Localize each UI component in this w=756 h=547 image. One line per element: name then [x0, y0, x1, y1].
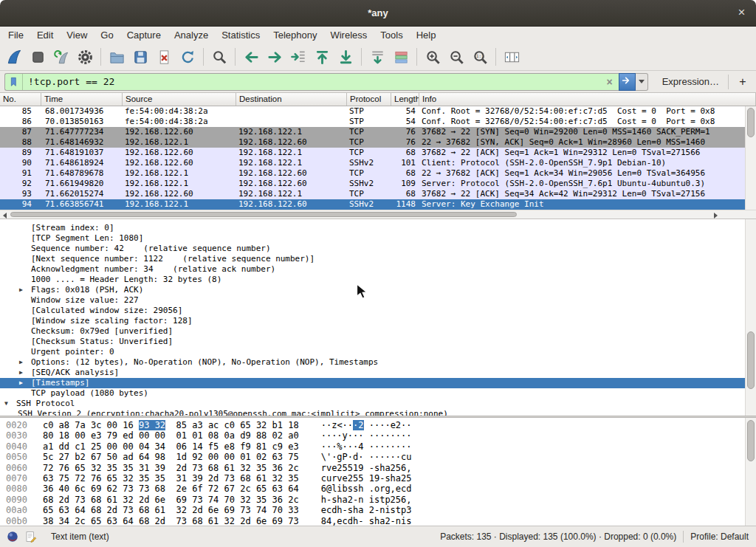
filter-clear-icon[interactable]: ×: [601, 76, 619, 88]
go-forward-button[interactable]: [263, 46, 286, 69]
expert-info-icon[interactable]: [6, 530, 19, 543]
hex-pane-scrollbar[interactable]: [745, 418, 756, 526]
hex-line-00a0[interactable]: 00a065 63 64 68 2d 73 68 61 32 2d 6e 69 …: [0, 505, 756, 515]
menu-telephony[interactable]: Telephony: [267, 27, 323, 43]
hex-line-0080[interactable]: 008036 40 6c 69 62 73 73 68 2e 6f 72 67 …: [0, 484, 756, 494]
menu-view[interactable]: View: [60, 27, 94, 43]
detail-line[interactable]: ▶Options: (12 bytes), No-Operation (NOP)…: [0, 357, 756, 368]
detail-line[interactable]: [Next sequence number: 1122 (relative se…: [0, 254, 756, 264]
detail-line[interactable]: SSH Version 2 (encryption:chacha20-poly1…: [0, 409, 756, 416]
hscrollbar-thumb[interactable]: [10, 212, 517, 217]
hex-line-0030[interactable]: 003080 18 00 e3 79 ed 00 00 01 01 08 0a …: [0, 430, 756, 441]
close-icon[interactable]: ×: [734, 5, 749, 21]
tree-expander-icon[interactable]: ▼: [4, 399, 16, 409]
filter-bookmark-icon[interactable]: [5, 74, 23, 90]
detail-pane-scrollbar[interactable]: [745, 219, 756, 416]
menu-help[interactable]: Help: [410, 27, 443, 43]
detail-line[interactable]: Checksum: 0x79ed [unverified]: [0, 326, 756, 337]
hex-line-0090[interactable]: 009068 2d 73 68 61 32 2d 6e 69 73 74 70 …: [0, 495, 756, 505]
tree-expander-icon[interactable]: ▶: [19, 357, 31, 368]
profile-status[interactable]: Profile: Default: [690, 531, 749, 542]
packet-row-93[interactable]: 9371.662015274192.168.122.60192.168.122.…: [0, 189, 756, 199]
hex-line-0050[interactable]: 00505c 27 b2 67 50 ad 64 98 1d 92 00 00 …: [0, 452, 756, 462]
column-header-time[interactable]: Time: [41, 93, 123, 106]
detail-line[interactable]: [Calculated window size: 29056]: [0, 306, 756, 316]
column-header-protocol[interactable]: Protocol: [347, 93, 391, 106]
find-packet-button[interactable]: [207, 46, 231, 69]
tree-expander-icon[interactable]: ▶: [19, 378, 31, 388]
detail-line[interactable]: ▶[Timestamps]: [0, 378, 756, 388]
detail-line[interactable]: ▼SSH Protocol: [0, 399, 756, 409]
menu-edit[interactable]: Edit: [30, 27, 60, 43]
packet-row-89[interactable]: 8971.648191037192.168.122.60192.168.122.…: [0, 148, 756, 158]
packet-row-92[interactable]: 9271.661949820192.168.122.1192.168.122.6…: [0, 179, 756, 189]
packet-row-87[interactable]: 8771.647777234192.168.122.60192.168.122.…: [0, 127, 756, 137]
scroll-right-icon[interactable]: [714, 213, 718, 219]
packet-list-scrollbar[interactable]: [745, 106, 756, 210]
column-header-length[interactable]: Length: [391, 93, 419, 106]
zoom-out-button[interactable]: [444, 46, 468, 69]
display-filter-field[interactable]: ×: [4, 73, 619, 91]
hex-line-0070[interactable]: 007063 75 72 76 65 32 35 35 31 39 2d 73 …: [0, 473, 756, 484]
menu-analyze[interactable]: Analyze: [168, 27, 215, 43]
go-back-button[interactable]: [239, 46, 263, 69]
detail-line[interactable]: Acknowledgment number: 34 (relative ack …: [0, 264, 756, 275]
colorize-button[interactable]: [389, 46, 413, 69]
packet-row-94[interactable]: 9471.663856741192.168.122.1192.168.122.6…: [0, 199, 756, 210]
detail-line[interactable]: Window size value: 227: [0, 295, 756, 306]
go-to-packet-button[interactable]: [286, 46, 310, 69]
filter-add-button[interactable]: +: [734, 75, 752, 89]
packet-list-scrollbar-thumb[interactable]: [747, 108, 755, 137]
capture-start-button[interactable]: [2, 46, 26, 69]
auto-scroll-button[interactable]: [365, 46, 389, 69]
detail-line[interactable]: [TCP Segment Len: 1080]: [0, 233, 756, 244]
menu-file[interactable]: File: [1, 27, 30, 43]
packet-row-85[interactable]: 8568.001734936fe:54:00:d4:38:2aSTP54Conf…: [0, 106, 756, 117]
capture-stop-button[interactable]: [26, 46, 49, 69]
file-save-button[interactable]: [128, 46, 152, 69]
scroll-left-icon[interactable]: [3, 213, 7, 219]
go-first-button[interactable]: [310, 46, 334, 69]
filter-dropdown-button[interactable]: [636, 73, 648, 91]
capture-restart-button[interactable]: [49, 46, 73, 69]
hex-pane-scrollbar-thumb[interactable]: [747, 420, 755, 461]
menu-wireless[interactable]: Wireless: [323, 27, 374, 43]
display-filter-input[interactable]: [23, 74, 601, 90]
packet-row-90[interactable]: 9071.648618924192.168.122.60192.168.122.…: [0, 158, 756, 168]
column-header-destination[interactable]: Destination: [236, 93, 347, 106]
zoom-original-button[interactable]: 1:1: [468, 46, 492, 69]
hex-line-0020[interactable]: 0020c0 a8 7a 3c 00 16 93 32 85 a3 ac c0 …: [0, 420, 756, 430]
detail-line[interactable]: Sequence number: 42 (relative sequence n…: [0, 244, 756, 254]
detail-pane-scrollbar-thumb[interactable]: [747, 331, 755, 389]
detail-line[interactable]: TCP payload (1080 bytes): [0, 388, 756, 399]
go-last-button[interactable]: [334, 46, 357, 69]
detail-line[interactable]: [Stream index: 0]: [0, 223, 756, 233]
file-open-button[interactable]: [105, 46, 128, 69]
filter-apply-button[interactable]: [619, 73, 636, 91]
tree-expander-icon[interactable]: ▶: [19, 368, 31, 378]
packet-row-86[interactable]: 8670.013850163fe:54:00:d4:38:2aSTP54Conf…: [0, 117, 756, 127]
packet-list-hscrollbar[interactable]: [0, 210, 756, 219]
tree-expander-icon[interactable]: ▶: [19, 285, 31, 295]
hex-line-0060[interactable]: 006072 76 65 32 35 35 31 39 2d 73 68 61 …: [0, 463, 756, 473]
expression-button[interactable]: Expression…: [659, 76, 723, 87]
column-header-info[interactable]: Info: [419, 93, 756, 106]
packet-row-91[interactable]: 9171.648789678192.168.122.1192.168.122.6…: [0, 168, 756, 179]
detail-line[interactable]: ▶[SEQ/ACK analysis]: [0, 368, 756, 378]
detail-line[interactable]: [Checksum Status: Unverified]: [0, 337, 756, 347]
packet-row-88[interactable]: 8871.648146932192.168.122.1192.168.122.6…: [0, 137, 756, 148]
detail-line[interactable]: Urgent pointer: 0: [0, 347, 756, 357]
column-header-source[interactable]: Source: [123, 93, 236, 106]
file-close-button[interactable]: [152, 46, 176, 69]
resize-columns-button[interactable]: [500, 46, 523, 69]
titlebar[interactable]: *any ×: [0, 0, 756, 27]
menu-capture[interactable]: Capture: [120, 27, 168, 43]
menu-statistics[interactable]: Statistics: [215, 27, 267, 43]
hex-line-00b0[interactable]: 00b038 34 2c 65 63 64 68 2d 73 68 61 32 …: [0, 516, 756, 526]
hex-line-0040[interactable]: 0040a1 dd c1 25 00 00 04 34 06 14 f5 e8 …: [0, 441, 756, 452]
menu-go[interactable]: Go: [94, 27, 120, 43]
column-header-no[interactable]: No.: [0, 93, 41, 106]
detail-line[interactable]: 1000 .... = Header Length: 32 bytes (8): [0, 275, 756, 285]
zoom-in-button[interactable]: [421, 46, 444, 69]
detail-line[interactable]: ▶Flags: 0x018 (PSH, ACK): [0, 285, 756, 295]
